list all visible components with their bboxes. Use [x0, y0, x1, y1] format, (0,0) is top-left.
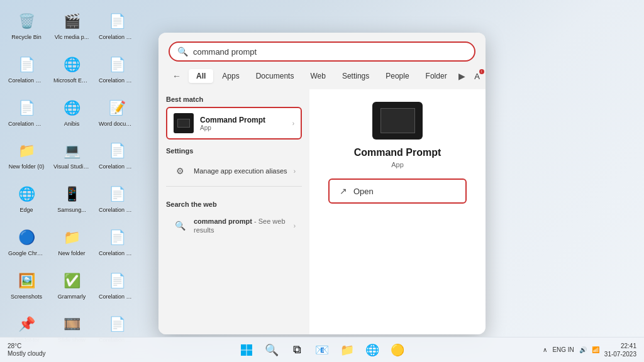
command-prompt-icon-inner [177, 119, 190, 128]
taskbar-search-button[interactable]: 🔍 [260, 339, 283, 361]
corel3-icon: 📄 [106, 53, 128, 76]
web-section-label: Search the web [166, 200, 302, 208]
tab-web[interactable]: Web [303, 69, 333, 83]
tab-documents[interactable]: Documents [248, 69, 302, 83]
desktop-icon-edge2[interactable]: 🌐 Edge [8, 180, 45, 216]
desktop-icon-corel2[interactable]: 📄 Corelation Vlco Interi... [8, 51, 45, 87]
edge2-label: Edge [19, 207, 33, 214]
word-icon: 📝 [106, 97, 128, 119]
settings-item-manage-app[interactable]: ⚙ Manage app execution aliases › [166, 158, 302, 184]
best-match-title: Command Prompt [200, 116, 286, 124]
desktop-icon-recycle-bin[interactable]: 🗑️ Recycle Bin [8, 8, 45, 43]
desktop-icon-grid: 🗑️ Recycle Bin 🎬 Vlc media p... 📄 Corela… [5, 5, 138, 348]
best-match-arrow-icon: › [292, 120, 294, 127]
corel9-icon: 📄 [106, 313, 128, 336]
tab-settings[interactable]: Settings [335, 69, 377, 83]
taskbar-date: 31-07-2023 [604, 350, 636, 358]
word-label: Word document [99, 121, 135, 128]
desktop-icon-corel1[interactable]: 📄 Corelation Vlco Interi... [98, 8, 136, 43]
taskbar: 28°C Mostly cloudy 🔍 ⧉ 📧 📁 🌐 🟡 ∧ [0, 337, 644, 362]
grammarly-icon: ✅ [60, 270, 83, 292]
desktop-icon-corel5[interactable]: 📄 Corelation Vlco Inl... [98, 137, 136, 173]
open-button[interactable]: ↗ Open [328, 178, 467, 204]
desktop: 🗑️ Recycle Bin 🎬 Vlc media p... 📄 Corela… [0, 0, 644, 362]
taskbar-time: 22:41 [604, 342, 636, 350]
folder2-label: New folder [58, 250, 85, 257]
taskbar-chevron-up[interactable]: ∧ [543, 346, 547, 353]
anibis-label: Anibis [64, 121, 80, 128]
search-input-wrap: 🔍 [169, 41, 475, 62]
taskbar-network-icon[interactable]: 📶 [592, 346, 599, 353]
right-app-icon [372, 102, 423, 140]
corel4-label: Corelation Vlco Interi... [8, 121, 45, 128]
svg-rect-0 [241, 344, 247, 350]
desktop-icon-vlc[interactable]: 🎬 Vlc media p... [53, 8, 91, 43]
taskbar-edge-icon[interactable]: 🌐 [361, 339, 384, 361]
more-tabs-button[interactable]: ▶ [456, 69, 468, 84]
right-app-icon-screen [380, 108, 415, 133]
desktop-icon-corel3[interactable]: 📄 Corelation Vlco Interi... [98, 51, 136, 87]
tab-apps[interactable]: Apps [214, 69, 247, 83]
desktop-icon-folder2[interactable]: 📁 New folder [53, 224, 91, 260]
taskbar-time-date[interactable]: 22:41 31-07-2023 [604, 342, 636, 358]
desktop-icon-corel7[interactable]: 📄 Corelation Vlco Interi... [98, 224, 136, 260]
divider-1 [166, 186, 302, 187]
desktop-icon-corel6[interactable]: 📄 Corelation Vlco Interi... [98, 180, 136, 216]
taskbar-language: ENG IN [552, 346, 574, 353]
corel8-label: Corelation Vlco Interi... [99, 293, 135, 300]
desktop-icon-screenshots[interactable]: 🖼️ Screenshots [8, 267, 45, 303]
svg-rect-2 [241, 350, 247, 356]
weather-info: 28°C Mostly cloudy [8, 343, 46, 358]
open-icon: ↗ [340, 186, 347, 196]
corel2-label: Corelation Vlco Interi... [8, 77, 45, 84]
desktop-icon-grammarly[interactable]: ✅ Grammarly [53, 267, 91, 303]
desktop-icon-chrome[interactable]: 🔵 Google Chrome [8, 224, 45, 260]
screenshots-icon: 🖼️ [15, 270, 38, 292]
desktop-icon-word[interactable]: 📝 Word document [98, 94, 136, 130]
web-search-query: command prompt [194, 217, 252, 225]
taskbar-outlook-icon[interactable]: 📧 [311, 339, 333, 361]
chrome-icon: 🔵 [15, 226, 38, 249]
settings-gear-icon: ⚙ [172, 163, 187, 178]
search-input[interactable] [193, 47, 467, 57]
desktop-icon-edge[interactable]: 🌐 Microsoft Edge [53, 51, 91, 87]
search-content: Best match Command Prompt App › Settings… [158, 89, 486, 334]
web-search-icon: 🔍 [172, 218, 187, 233]
search-icon: 🔍 [177, 47, 188, 57]
corel3-label: Corelation Vlco Interi... [99, 77, 135, 84]
recycle-bin-icon: 🗑️ [15, 10, 38, 33]
desktop-icon-folder1[interactable]: 📁 New folder (0) [8, 137, 45, 173]
desktop-icon-corel8[interactable]: 📄 Corelation Vlco Interi... [98, 267, 136, 303]
back-button[interactable]: ← [169, 69, 185, 84]
edge2-icon: 🌐 [15, 183, 38, 206]
settings-item-arrow-icon: › [294, 168, 296, 175]
desktop-icon-samsung[interactable]: 📱 Samsung... [53, 180, 91, 216]
best-match-text: Command Prompt App [200, 116, 286, 131]
desktop-icon-vscode[interactable]: 💻 Visual Studio Code [53, 137, 91, 173]
edge-icon: 🌐 [60, 53, 83, 76]
tab-folder[interactable]: Folder [418, 69, 455, 83]
web-search-arrow-icon: › [294, 222, 296, 229]
weather-desc: Mostly cloudy [8, 350, 46, 358]
settings-item-label: Manage app execution aliases [194, 167, 287, 175]
notification-icon-button[interactable]: A ! [469, 68, 486, 84]
best-match-item[interactable]: Command Prompt App › [166, 107, 302, 140]
weather-temp: 28°C [8, 343, 46, 350]
taskbar-taskview-button[interactable]: ⧉ [286, 339, 308, 361]
desktop-icon-anibis[interactable]: 🌐 Anibis [53, 94, 91, 130]
web-search-item[interactable]: 🔍 command prompt - See web results › [166, 212, 302, 240]
desktop-icon-corel4[interactable]: 📄 Corelation Vlco Interi... [8, 94, 45, 130]
taskbar-explorer-icon[interactable]: 📁 [336, 339, 358, 361]
vlc-icon: 🎬 [60, 10, 83, 33]
taskbar-volume-icon[interactable]: 🔊 [579, 346, 587, 353]
tab-people[interactable]: People [378, 69, 416, 83]
corel1-label: Corelation Vlco Interi... [99, 34, 135, 41]
taskbar-chrome-icon[interactable]: 🟡 [386, 339, 409, 361]
corel4-icon: 📄 [15, 97, 38, 119]
tab-all[interactable]: All [189, 69, 213, 83]
corel1-icon: 📄 [106, 10, 128, 33]
start-button[interactable] [235, 339, 258, 361]
anibis-icon: 🌐 [60, 97, 83, 119]
screenshots-label: Screenshots [11, 293, 42, 300]
command-prompt-icon [174, 113, 194, 133]
